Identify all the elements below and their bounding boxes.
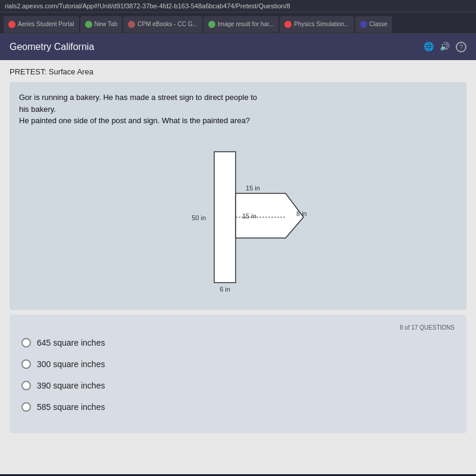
answer-label-3: 585 square inches — [37, 402, 105, 412]
tab-cpm[interactable]: CPM eBooks - CC G... — [123, 16, 202, 33]
svg-text:6 in: 6 in — [220, 286, 230, 293]
diagram-area: 15 in 15 in 8 in 50 in 6 in — [19, 134, 457, 300]
answer-card: 8 of 17 QUESTIONS 645 square inches 300 … — [10, 315, 466, 433]
question-card: Gor is running a bakery. He has made a s… — [10, 82, 466, 310]
tab-icon-cpm — [128, 21, 135, 28]
header-icons: 🌐 🔊 ? — [424, 42, 466, 52]
svg-text:8 in: 8 in — [296, 210, 307, 217]
tts-icon[interactable]: 🔊 — [440, 42, 450, 52]
answer-label-0: 645 square inches — [37, 338, 105, 347]
tab-icon-image — [208, 21, 215, 28]
tab-image[interactable]: Image result for har... — [203, 16, 279, 33]
tab-icon-newtab — [85, 21, 92, 28]
answer-option-0[interactable]: 645 square inches — [21, 338, 455, 347]
answer-label-2: 390 square inches — [37, 381, 105, 390]
app-title: Geometry California — [10, 42, 94, 52]
answer-label-1: 300 square inches — [37, 359, 105, 369]
pretest-label: PRETEST: Surface Area — [10, 67, 466, 76]
tab-newtab[interactable]: New Tab — [80, 16, 123, 33]
tab-class[interactable]: Classe — [355, 16, 393, 33]
answer-option-3[interactable]: 585 square inches — [21, 402, 455, 412]
question-text: Gor is running a bakery. He has made a s… — [19, 92, 457, 127]
tab-icon-class — [360, 21, 367, 28]
radio-3[interactable] — [21, 402, 31, 412]
tab-icon-aeries — [8, 21, 15, 28]
radio-2[interactable] — [21, 381, 31, 390]
page-content: PRETEST: Surface Area Gor is running a b… — [0, 60, 476, 474]
radio-1[interactable] — [21, 359, 31, 369]
tab-icon-physics — [284, 21, 292, 28]
app-header: Geometry California 🌐 🔊 ? — [0, 34, 476, 60]
url-text: rials2.apexvs.com/Tutorial/App#!Unit/d91… — [5, 2, 290, 10]
svg-text:50 in: 50 in — [192, 214, 206, 221]
svg-rect-0 — [214, 152, 236, 283]
answer-option-2[interactable]: 390 square inches — [21, 381, 455, 390]
translate-icon[interactable]: 🌐 — [424, 42, 434, 52]
svg-text:15 in: 15 in — [242, 212, 256, 220]
tab-aeries[interactable]: Aeries Student Portal — [4, 16, 79, 33]
svg-text:15 in: 15 in — [246, 184, 260, 192]
radio-0[interactable] — [21, 338, 31, 347]
sign-diagram: 15 in 15 in 8 in 50 in 6 in — [143, 140, 333, 295]
question-count: 8 of 17 QUESTIONS — [21, 324, 455, 331]
tab-bar: Aeries Student Portal New Tab CPM eBooks… — [0, 12, 476, 34]
answer-option-1[interactable]: 300 square inches — [21, 359, 455, 369]
tab-physics[interactable]: Physics Simulation... — [280, 16, 353, 33]
help-icon[interactable]: ? — [456, 42, 466, 52]
url-bar: rials2.apexvs.com/Tutorial/App#!Unit/d91… — [0, 0, 476, 12]
